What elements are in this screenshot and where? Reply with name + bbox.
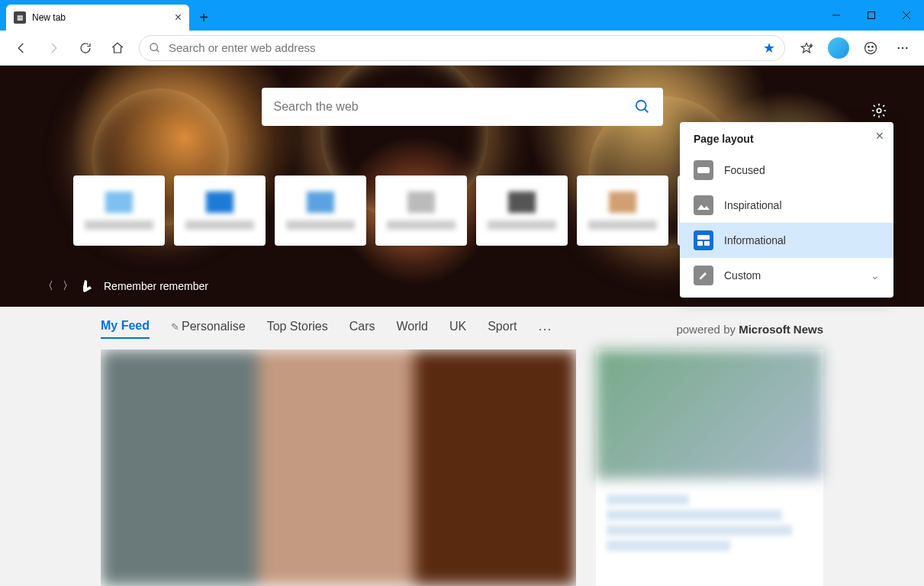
toolbar: ★ [0, 31, 924, 66]
search-icon[interactable] [634, 98, 651, 115]
menu-button[interactable] [887, 33, 918, 63]
layout-option-informational[interactable]: Informational [680, 223, 893, 258]
favorites-button[interactable] [791, 33, 822, 63]
search-icon [149, 42, 161, 54]
popup-title: Page layout [680, 133, 893, 153]
favorite-icon[interactable]: ★ [763, 40, 775, 56]
chevron-down-icon: ⌄ [871, 269, 880, 282]
top-site-tile[interactable] [476, 175, 568, 246]
svg-line-5 [156, 50, 159, 52]
top-site-tile[interactable] [375, 175, 467, 246]
prev-image-icon[interactable]: 〈 [43, 279, 53, 293]
close-icon[interactable]: ✕ [875, 130, 884, 142]
titlebar: ▦ New tab × + [0, 0, 924, 31]
new-tab-button[interactable]: + [192, 6, 215, 29]
svg-rect-18 [697, 235, 710, 240]
tab-favicon: ▦ [14, 11, 26, 24]
feed-cards [101, 349, 823, 586]
maximize-button[interactable] [854, 0, 889, 31]
option-label: Inspirational [724, 199, 782, 211]
home-button[interactable] [102, 33, 133, 63]
refresh-button[interactable] [70, 33, 101, 63]
layout-option-custom[interactable]: Custom ⌄ [680, 258, 893, 293]
powered-by: powered by Microsoft News [676, 323, 823, 336]
svg-point-8 [865, 42, 877, 53]
image-caption-bar: 〈 〉 Remember remember [43, 279, 208, 293]
top-site-tile[interactable] [275, 175, 366, 246]
browser-tab[interactable]: ▦ New tab × [6, 5, 189, 31]
feedback-button[interactable] [855, 33, 886, 63]
feed-tab-myfeed[interactable]: My Feed [101, 319, 150, 339]
feed-tabs: My Feed ✎Personalise Top Stories Cars Wo… [101, 319, 823, 339]
feed-tab-topstories[interactable]: Top Stories [267, 320, 328, 338]
hero-search-input[interactable] [274, 100, 634, 114]
svg-point-12 [902, 47, 903, 48]
top-site-tile[interactable] [577, 175, 668, 246]
svg-point-11 [898, 47, 900, 48]
feed-more-icon[interactable]: ⋯ [538, 320, 552, 337]
back-button[interactable] [6, 33, 37, 63]
news-card-side[interactable] [596, 349, 823, 586]
top-sites [73, 175, 769, 246]
personalise-icon: ✎ [171, 321, 179, 333]
feed-tab-personalise[interactable]: ✎Personalise [171, 320, 246, 338]
informational-icon [694, 230, 713, 250]
top-site-tile[interactable] [174, 175, 266, 246]
feed-tab-world[interactable]: World [396, 320, 428, 338]
forward-button[interactable] [38, 33, 69, 63]
svg-point-16 [877, 108, 881, 113]
feed-tab-cars[interactable]: Cars [349, 320, 375, 338]
bing-icon [82, 280, 95, 292]
svg-point-10 [872, 46, 874, 47]
feed: My Feed ✎Personalise Top Stories Cars Wo… [0, 307, 924, 586]
focused-icon [694, 160, 713, 180]
page-settings-button[interactable] [871, 102, 887, 119]
custom-icon [694, 266, 713, 285]
avatar [828, 37, 849, 59]
svg-rect-17 [697, 167, 710, 173]
address-input[interactable] [169, 41, 755, 54]
svg-rect-1 [868, 12, 875, 19]
minimize-button[interactable] [819, 0, 854, 31]
feed-tab-uk[interactable]: UK [449, 320, 466, 338]
address-bar[interactable]: ★ [139, 35, 785, 61]
layout-option-inspirational[interactable]: Inspirational [680, 188, 893, 223]
profile-button[interactable] [823, 33, 854, 63]
svg-rect-19 [697, 241, 703, 246]
next-image-icon[interactable]: 〉 [63, 279, 73, 293]
feed-tab-sport[interactable]: Sport [488, 320, 517, 338]
svg-point-9 [868, 46, 870, 47]
window-controls [819, 0, 924, 31]
svg-point-4 [150, 43, 157, 50]
page-layout-popup: ✕ Page layout Focused Inspirational Info… [680, 122, 893, 298]
inspirational-icon [694, 195, 713, 215]
news-card-large[interactable] [101, 349, 576, 586]
close-tab-icon[interactable]: × [175, 11, 182, 24]
hero-search[interactable] [262, 88, 663, 126]
option-label: Custom [724, 269, 761, 282]
svg-rect-20 [704, 241, 710, 246]
top-site-tile[interactable] [73, 175, 165, 246]
svg-point-13 [906, 47, 907, 48]
image-caption: Remember remember [104, 280, 208, 292]
svg-point-14 [636, 101, 646, 111]
option-label: Focused [724, 164, 765, 176]
layout-option-focused[interactable]: Focused [680, 153, 893, 188]
svg-line-15 [644, 109, 648, 113]
close-window-button[interactable] [889, 0, 924, 31]
tab-title: New tab [32, 12, 66, 23]
option-label: Informational [724, 234, 786, 246]
